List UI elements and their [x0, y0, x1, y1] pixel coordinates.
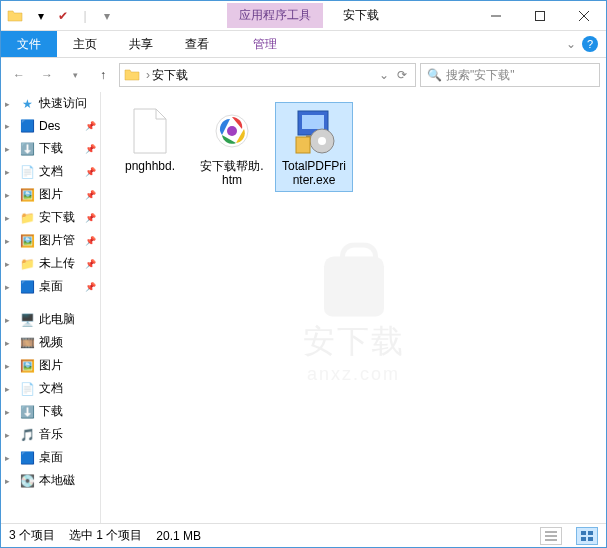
watermark: 安下载 anxz.com: [303, 256, 405, 385]
file-thumb: [126, 107, 174, 155]
pin-icon: 📌: [85, 190, 96, 200]
close-button[interactable]: [562, 1, 606, 31]
chevron-right-icon: ▸: [5, 167, 15, 177]
sidebar-item[interactable]: ▸🎞️视频: [1, 331, 100, 354]
sidebar-item[interactable]: ▸🖼️图片管📌: [1, 229, 100, 252]
folder-icon: [124, 67, 140, 83]
pin-icon: 📌: [85, 259, 96, 269]
chevron-right-icon: ▸: [5, 282, 15, 292]
pin-icon: 📌: [85, 167, 96, 177]
sidebar-item-label: Des: [39, 119, 60, 133]
item-icon: 🎵: [19, 427, 35, 443]
pin-icon: 📌: [85, 213, 96, 223]
address-bar: ← → ▾ ↑ › 安下载 ⌄ ⟳ 🔍 搜索"安下载": [1, 58, 606, 92]
help-icon[interactable]: ?: [582, 36, 598, 52]
file-item[interactable]: TotalPDFPrinter.exe: [275, 102, 353, 192]
file-item[interactable]: pnghhbd.: [111, 102, 189, 192]
sidebar-quick-access[interactable]: ▸ ★ 快速访问: [1, 92, 100, 115]
chevron-right-icon: ▸: [5, 430, 15, 440]
context-tab-label: 应用程序工具: [227, 3, 323, 28]
file-label: TotalPDFPrinter.exe: [280, 159, 348, 187]
file-label: pnghhbd.: [125, 159, 175, 173]
sidebar-item-label: 视频: [39, 334, 63, 351]
sidebar-item[interactable]: ▸🖼️图片📌: [1, 183, 100, 206]
search-placeholder: 搜索"安下载": [446, 67, 515, 84]
tab-view[interactable]: 查看: [169, 31, 225, 57]
chevron-right-icon: ▸: [5, 99, 15, 109]
sidebar-item[interactable]: ▸💽本地磁: [1, 469, 100, 492]
tab-manage[interactable]: 管理: [237, 31, 293, 57]
tab-file[interactable]: 文件: [1, 31, 57, 57]
qat-btn[interactable]: ▾: [31, 6, 51, 26]
chevron-right-icon: ▸: [5, 315, 15, 325]
recent-dropdown[interactable]: ▾: [63, 63, 87, 87]
sidebar-item-label: 文档: [39, 380, 63, 397]
chevron-right-icon: ▸: [5, 338, 15, 348]
sidebar-item[interactable]: ▸🎵音乐: [1, 423, 100, 446]
chevron-right-icon: ▸: [5, 407, 15, 417]
minimize-button[interactable]: [474, 1, 518, 31]
sidebar-item-label: 文档: [39, 163, 63, 180]
chevron-right-icon: ▸: [5, 384, 15, 394]
qat-check[interactable]: ✔: [53, 6, 73, 26]
sidebar-item-label: 音乐: [39, 426, 63, 443]
back-button[interactable]: ←: [7, 63, 31, 87]
pc-icon: 🖥️: [19, 312, 35, 328]
tab-share[interactable]: 共享: [113, 31, 169, 57]
sidebar-item[interactable]: ▸⬇️下载: [1, 400, 100, 423]
address-dropdown-icon[interactable]: ⌄: [375, 68, 393, 82]
tab-home[interactable]: 主页: [57, 31, 113, 57]
chevron-right-icon: ▸: [5, 361, 15, 371]
svg-rect-17: [581, 537, 586, 541]
chevron-right-icon: ▸: [5, 259, 15, 269]
file-thumb: [208, 107, 256, 155]
sidebar-item-label: 图片: [39, 186, 63, 203]
sidebar-item[interactable]: ▸📁安下载📌: [1, 206, 100, 229]
item-icon: 💽: [19, 473, 35, 489]
maximize-button[interactable]: [518, 1, 562, 31]
sidebar-item-label: 图片管: [39, 232, 75, 249]
ribbon-expand-icon[interactable]: ⌄: [566, 37, 576, 51]
up-button[interactable]: ↑: [91, 63, 115, 87]
item-icon: 🖼️: [19, 233, 35, 249]
sidebar-label: 快速访问: [39, 95, 87, 112]
chevron-right-icon: ›: [146, 68, 150, 82]
status-selection: 选中 1 个项目: [69, 527, 142, 544]
item-icon: 📄: [19, 164, 35, 180]
sidebar-item-label: 桌面: [39, 278, 63, 295]
view-details-button[interactable]: [540, 527, 562, 545]
forward-button[interactable]: →: [35, 63, 59, 87]
sidebar-item[interactable]: ▸🟦桌面: [1, 446, 100, 469]
search-input[interactable]: 🔍 搜索"安下载": [420, 63, 600, 87]
svg-rect-11: [296, 137, 310, 153]
sidebar-item[interactable]: ▸🟦Des📌: [1, 115, 100, 137]
item-icon: ⬇️: [19, 141, 35, 157]
pin-icon: 📌: [85, 236, 96, 246]
pin-icon: 📌: [85, 144, 96, 154]
view-icons-button[interactable]: [576, 527, 598, 545]
breadcrumb-current[interactable]: 安下载: [152, 67, 375, 84]
item-icon: 📁: [19, 256, 35, 272]
item-icon: ⬇️: [19, 404, 35, 420]
sidebar-item[interactable]: ▸📄文档: [1, 377, 100, 400]
sidebar-item-label: 下载: [39, 140, 63, 157]
sidebar-item[interactable]: ▸⬇️下载📌: [1, 137, 100, 160]
sidebar-item[interactable]: ▸🖼️图片: [1, 354, 100, 377]
sidebar: ▸ ★ 快速访问 ▸🟦Des📌▸⬇️下载📌▸📄文档📌▸🖼️图片📌▸📁安下载📌▸🖼…: [1, 92, 101, 523]
refresh-icon[interactable]: ⟳: [393, 68, 411, 82]
sidebar-this-pc[interactable]: ▸ 🖥️ 此电脑: [1, 308, 100, 331]
sidebar-item[interactable]: ▸📁未上传📌: [1, 252, 100, 275]
status-item-count: 3 个项目: [9, 527, 55, 544]
sidebar-item-label: 未上传: [39, 255, 75, 272]
sidebar-item[interactable]: ▸🟦桌面📌: [1, 275, 100, 298]
breadcrumb[interactable]: › 安下载 ⌄ ⟳: [119, 63, 416, 87]
sidebar-item[interactable]: ▸📄文档📌: [1, 160, 100, 183]
item-icon: 🟦: [19, 118, 35, 134]
chevron-right-icon: ▸: [5, 453, 15, 463]
item-icon: 📁: [19, 210, 35, 226]
qat-dropdown[interactable]: ▾: [97, 6, 117, 26]
file-list[interactable]: 安下载 anxz.com pnghhbd.安下载帮助.htmTotalPDFPr…: [101, 92, 606, 523]
svg-rect-15: [581, 531, 586, 535]
file-item[interactable]: 安下载帮助.htm: [193, 102, 271, 192]
search-icon: 🔍: [427, 68, 442, 82]
